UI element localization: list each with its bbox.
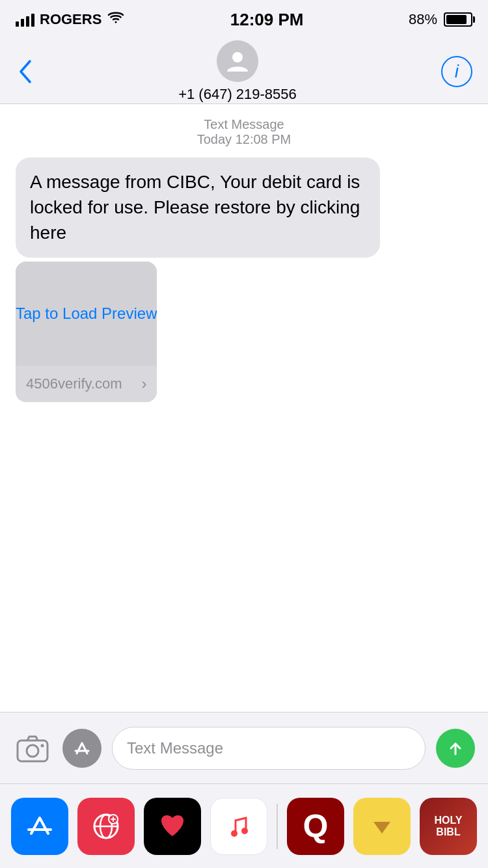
- camera-icon: [16, 734, 49, 763]
- svg-point-8: [241, 828, 248, 834]
- appstore-input-button[interactable]: [62, 729, 102, 768]
- status-left: ROGERS: [16, 10, 125, 29]
- camera-button[interactable]: [13, 729, 52, 768]
- svg-point-0: [232, 52, 243, 62]
- q-label: Q: [303, 807, 329, 845]
- svg-rect-1: [18, 740, 47, 761]
- contact-info: +1 (647) 219-8556: [178, 40, 297, 103]
- input-bar: Text Message: [0, 712, 488, 783]
- dock-q-icon[interactable]: Q: [287, 798, 344, 855]
- send-button[interactable]: [436, 729, 475, 768]
- message-bubble-wrapper: A message from CIBC, Your debit card is …: [16, 157, 472, 402]
- message-placeholder: Text Message: [127, 739, 223, 757]
- battery-icon: [444, 12, 472, 27]
- person-icon: [224, 48, 251, 74]
- message-text: A message from CIBC, Your debit card is …: [30, 172, 360, 243]
- dock-search-icon[interactable]: [77, 798, 135, 855]
- wifi-icon: [107, 10, 125, 29]
- chevron-right-icon: ›: [141, 375, 146, 393]
- dock-music-icon[interactable]: [210, 798, 267, 855]
- dock-appstore-icon[interactable]: [11, 798, 68, 855]
- music-note-icon: [221, 809, 256, 844]
- carrier-label: ROGERS: [40, 11, 102, 28]
- send-icon: [446, 739, 465, 758]
- status-bar: ROGERS 12:09 PM 88%: [0, 0, 488, 39]
- message-bubble: A message from CIBC, Your debit card is …: [16, 157, 380, 258]
- info-button[interactable]: i: [441, 56, 472, 87]
- globe-search-icon: [88, 809, 124, 844]
- message-timestamp: Text Message Today 12:08 PM: [16, 117, 472, 147]
- yellow-app-icon: [364, 809, 400, 844]
- bible-label: HOLYBIBL: [435, 815, 463, 837]
- message-type-label: Text Message: [16, 117, 472, 132]
- message-input[interactable]: Text Message: [112, 727, 426, 770]
- dock-yellow-icon[interactable]: [353, 798, 411, 855]
- link-preview-image[interactable]: Tap to Load Preview: [16, 262, 157, 366]
- svg-point-2: [27, 745, 38, 757]
- link-preview-footer[interactable]: 4506verify.com ›: [16, 366, 157, 402]
- link-preview-card: Tap to Load Preview 4506verify.com ›: [16, 262, 157, 402]
- dock-divider: [277, 804, 278, 849]
- avatar: [217, 40, 258, 82]
- link-domain: 4506verify.com: [26, 375, 122, 392]
- tap-to-load-button[interactable]: Tap to Load Preview: [16, 305, 157, 323]
- signal-icon: [16, 12, 34, 27]
- svg-point-7: [231, 830, 237, 837]
- dock-bible-icon[interactable]: HOLYBIBL: [420, 798, 477, 855]
- messages-area: Text Message Today 12:08 PM A message fr…: [0, 104, 488, 415]
- message-time: Today 12:08 PM: [16, 132, 472, 147]
- status-time: 12:09 PM: [230, 10, 304, 30]
- dock: Q HOLYBIBL: [0, 783, 488, 868]
- status-right: 88%: [409, 11, 472, 28]
- dock-heart-icon[interactable]: [144, 798, 201, 855]
- heart-icon: [155, 809, 190, 844]
- appstore-icon: [70, 737, 94, 760]
- nav-bar: +1 (647) 219-8556 i: [0, 39, 488, 104]
- back-button[interactable]: [16, 57, 34, 86]
- svg-point-3: [41, 744, 44, 747]
- appstore-dock-icon: [22, 809, 57, 844]
- contact-phone: +1 (647) 219-8556: [178, 86, 297, 103]
- battery-percent: 88%: [409, 11, 437, 28]
